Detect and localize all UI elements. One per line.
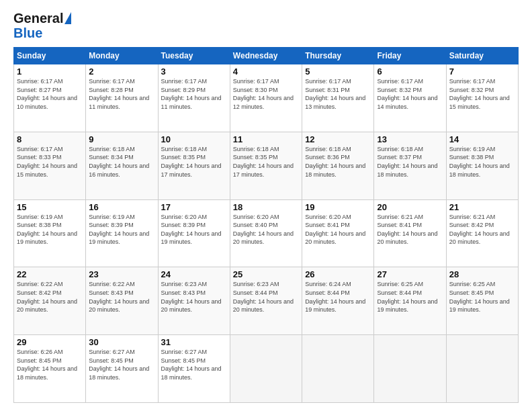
calendar-cell: 3 Sunrise: 6:17 AMSunset: 8:29 PMDayligh…	[158, 64, 230, 132]
day-info: Sunrise: 6:19 AMSunset: 8:38 PMDaylight:…	[17, 214, 77, 246]
day-info: Sunrise: 6:21 AMSunset: 8:42 PMDaylight:…	[449, 214, 510, 246]
day-info: Sunrise: 6:20 AMSunset: 8:40 PMDaylight:…	[233, 214, 294, 246]
calendar-cell	[302, 335, 374, 403]
day-number: 16	[89, 202, 154, 212]
day-number: 23	[89, 269, 154, 279]
day-info: Sunrise: 6:18 AMSunset: 8:37 PMDaylight:…	[377, 146, 437, 178]
day-info: Sunrise: 6:18 AMSunset: 8:36 PMDaylight:…	[305, 146, 365, 178]
calendar-cell: 17 Sunrise: 6:20 AMSunset: 8:39 PMDaylig…	[158, 199, 230, 267]
day-number: 9	[89, 134, 154, 144]
day-info: Sunrise: 6:17 AMSunset: 8:30 PMDaylight:…	[233, 78, 294, 110]
day-number: 10	[161, 134, 227, 144]
calendar-day-header: Saturday	[446, 48, 518, 64]
day-info: Sunrise: 6:17 AMSunset: 8:27 PMDaylight:…	[17, 78, 77, 110]
day-info: Sunrise: 6:22 AMSunset: 8:42 PMDaylight:…	[17, 281, 77, 313]
calendar-cell: 12 Sunrise: 6:18 AMSunset: 8:36 PMDaylig…	[302, 132, 374, 199]
calendar-cell: 23 Sunrise: 6:22 AMSunset: 8:43 PMDaylig…	[86, 267, 158, 335]
day-info: Sunrise: 6:26 AMSunset: 8:45 PMDaylight:…	[17, 349, 77, 381]
day-info: Sunrise: 6:27 AMSunset: 8:45 PMDaylight:…	[161, 349, 222, 381]
page: General Blue SundayMondayTuesdayWednesda…	[0, 0, 532, 411]
day-number: 31	[161, 337, 227, 347]
calendar-week-row: 8 Sunrise: 6:17 AMSunset: 8:33 PMDayligh…	[14, 132, 519, 199]
calendar-cell: 30 Sunrise: 6:27 AMSunset: 8:45 PMDaylig…	[86, 335, 158, 403]
calendar-cell: 18 Sunrise: 6:20 AMSunset: 8:40 PMDaylig…	[230, 199, 302, 267]
day-number: 27	[377, 269, 443, 279]
day-number: 4	[233, 66, 299, 77]
calendar-cell: 10 Sunrise: 6:18 AMSunset: 8:35 PMDaylig…	[158, 132, 230, 199]
day-number: 19	[305, 202, 371, 212]
calendar-cell: 20 Sunrise: 6:21 AMSunset: 8:41 PMDaylig…	[374, 199, 446, 267]
day-info: Sunrise: 6:23 AMSunset: 8:43 PMDaylight:…	[161, 281, 222, 313]
day-number: 17	[161, 202, 227, 212]
day-number: 18	[233, 202, 299, 212]
calendar-cell: 15 Sunrise: 6:19 AMSunset: 8:38 PMDaylig…	[14, 199, 86, 267]
calendar-day-header: Wednesday	[230, 48, 302, 64]
calendar-cell: 1 Sunrise: 6:17 AMSunset: 8:27 PMDayligh…	[14, 64, 86, 132]
day-info: Sunrise: 6:23 AMSunset: 8:44 PMDaylight:…	[233, 281, 294, 313]
calendar-cell: 31 Sunrise: 6:27 AMSunset: 8:45 PMDaylig…	[158, 335, 230, 403]
calendar-table: SundayMondayTuesdayWednesdayThursdayFrid…	[13, 47, 519, 403]
day-info: Sunrise: 6:17 AMSunset: 8:33 PMDaylight:…	[17, 146, 77, 178]
calendar-day-header: Tuesday	[158, 48, 230, 64]
calendar-cell: 16 Sunrise: 6:19 AMSunset: 8:39 PMDaylig…	[86, 199, 158, 267]
day-info: Sunrise: 6:18 AMSunset: 8:35 PMDaylight:…	[161, 146, 222, 178]
day-number: 12	[305, 134, 371, 144]
calendar-header-row: SundayMondayTuesdayWednesdayThursdayFrid…	[14, 48, 519, 64]
calendar-week-row: 22 Sunrise: 6:22 AMSunset: 8:42 PMDaylig…	[14, 267, 519, 335]
day-number: 5	[305, 66, 371, 77]
day-number: 28	[449, 269, 515, 279]
calendar-cell: 8 Sunrise: 6:17 AMSunset: 8:33 PMDayligh…	[14, 132, 86, 199]
calendar-cell: 25 Sunrise: 6:23 AMSunset: 8:44 PMDaylig…	[230, 267, 302, 335]
day-number: 21	[449, 202, 515, 212]
calendar-day-header: Friday	[374, 48, 446, 64]
calendar-cell: 28 Sunrise: 6:25 AMSunset: 8:45 PMDaylig…	[446, 267, 518, 335]
calendar-cell: 26 Sunrise: 6:24 AMSunset: 8:44 PMDaylig…	[302, 267, 374, 335]
day-info: Sunrise: 6:19 AMSunset: 8:39 PMDaylight:…	[89, 214, 149, 246]
day-number: 29	[17, 337, 83, 347]
day-number: 14	[449, 134, 515, 144]
day-number: 8	[17, 134, 83, 144]
calendar-cell	[446, 335, 518, 403]
day-info: Sunrise: 6:25 AMSunset: 8:44 PMDaylight:…	[377, 281, 437, 313]
day-info: Sunrise: 6:17 AMSunset: 8:31 PMDaylight:…	[305, 78, 365, 110]
calendar-cell: 11 Sunrise: 6:18 AMSunset: 8:35 PMDaylig…	[230, 132, 302, 199]
logo: General Blue	[13, 11, 71, 40]
calendar-cell	[374, 335, 446, 403]
day-info: Sunrise: 6:24 AMSunset: 8:44 PMDaylight:…	[305, 281, 365, 313]
calendar-cell: 24 Sunrise: 6:23 AMSunset: 8:43 PMDaylig…	[158, 267, 230, 335]
calendar-cell: 14 Sunrise: 6:19 AMSunset: 8:38 PMDaylig…	[446, 132, 518, 199]
logo-text-blue: Blue	[13, 26, 42, 40]
calendar-cell: 29 Sunrise: 6:26 AMSunset: 8:45 PMDaylig…	[14, 335, 86, 403]
day-number: 1	[17, 66, 83, 77]
day-number: 2	[89, 66, 154, 77]
day-info: Sunrise: 6:25 AMSunset: 8:45 PMDaylight:…	[449, 281, 510, 313]
logo-triangle-icon	[64, 12, 71, 24]
calendar-day-header: Thursday	[302, 48, 374, 64]
day-info: Sunrise: 6:20 AMSunset: 8:41 PMDaylight:…	[305, 214, 365, 246]
day-number: 26	[305, 269, 371, 279]
calendar-week-row: 15 Sunrise: 6:19 AMSunset: 8:38 PMDaylig…	[14, 199, 519, 267]
day-info: Sunrise: 6:17 AMSunset: 8:32 PMDaylight:…	[449, 78, 510, 110]
day-number: 24	[161, 269, 227, 279]
day-number: 20	[377, 202, 443, 212]
day-number: 22	[17, 269, 83, 279]
header: General Blue	[13, 11, 519, 40]
calendar-cell: 21 Sunrise: 6:21 AMSunset: 8:42 PMDaylig…	[446, 199, 518, 267]
logo-text-general: General	[13, 11, 63, 26]
day-info: Sunrise: 6:21 AMSunset: 8:41 PMDaylight:…	[377, 214, 437, 246]
calendar-cell: 7 Sunrise: 6:17 AMSunset: 8:32 PMDayligh…	[446, 64, 518, 132]
calendar-cell: 22 Sunrise: 6:22 AMSunset: 8:42 PMDaylig…	[14, 267, 86, 335]
calendar-cell: 13 Sunrise: 6:18 AMSunset: 8:37 PMDaylig…	[374, 132, 446, 199]
calendar-cell: 27 Sunrise: 6:25 AMSunset: 8:44 PMDaylig…	[374, 267, 446, 335]
calendar-cell: 2 Sunrise: 6:17 AMSunset: 8:28 PMDayligh…	[86, 64, 158, 132]
day-number: 7	[449, 66, 515, 77]
calendar-cell: 9 Sunrise: 6:18 AMSunset: 8:34 PMDayligh…	[86, 132, 158, 199]
calendar-week-row: 1 Sunrise: 6:17 AMSunset: 8:27 PMDayligh…	[14, 64, 519, 132]
day-info: Sunrise: 6:20 AMSunset: 8:39 PMDaylight:…	[161, 214, 222, 246]
calendar-day-header: Sunday	[14, 48, 86, 64]
day-info: Sunrise: 6:19 AMSunset: 8:38 PMDaylight:…	[449, 146, 510, 178]
day-info: Sunrise: 6:22 AMSunset: 8:43 PMDaylight:…	[89, 281, 149, 313]
calendar-day-header: Monday	[86, 48, 158, 64]
day-number: 15	[17, 202, 83, 212]
calendar-cell	[230, 335, 302, 403]
